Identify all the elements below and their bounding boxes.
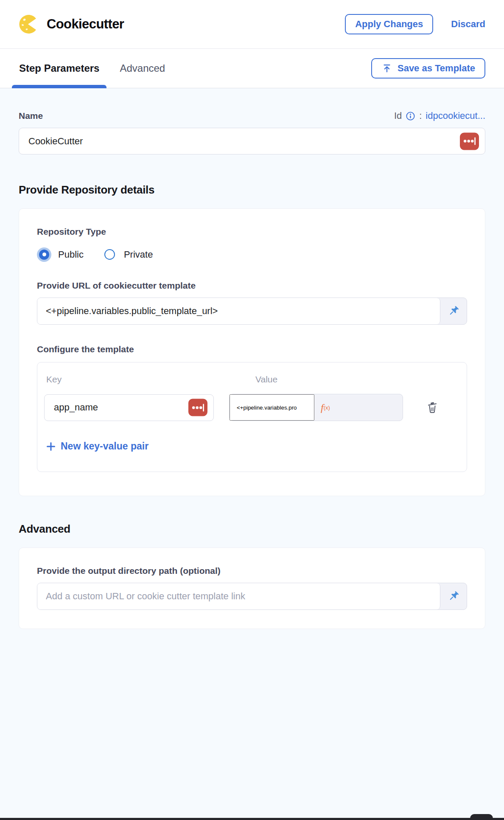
step-id-row: Id : idpcookiecut... xyxy=(394,110,485,121)
step-parameters-panel: Name Id : idpcookiecut... P xyxy=(0,110,504,629)
pin-icon[interactable] xyxy=(440,298,467,324)
discard-button[interactable]: Discard xyxy=(451,19,485,30)
fixed-value-type-icon[interactable] xyxy=(460,132,479,150)
info-icon[interactable] xyxy=(406,111,415,121)
kv-key-header: Key xyxy=(44,374,214,385)
radio-public-label: Public xyxy=(58,249,84,260)
tab-step-parameters[interactable]: Step Parameters xyxy=(12,49,106,88)
save-as-template-button[interactable]: Save as Template xyxy=(371,58,485,79)
step-header: Cookiecutter Apply Changes Discard xyxy=(0,0,504,49)
cookiecutter-logo-icon xyxy=(19,14,39,34)
active-tab-underline xyxy=(12,85,106,88)
repository-type-label: Repository Type xyxy=(37,227,467,237)
advanced-card: Provide the output directory path (optio… xyxy=(19,548,485,629)
output-directory-label: Provide the output directory path (optio… xyxy=(37,566,467,576)
expression-fx-icon[interactable]: f(x) xyxy=(314,394,336,421)
output-directory-input[interactable] xyxy=(37,583,440,609)
tab-advanced-label: Advanced xyxy=(120,62,165,74)
radio-private-label: Private xyxy=(124,249,153,260)
radio-option-public[interactable]: Public xyxy=(37,247,84,262)
key-value-editor: Key Value xyxy=(37,362,467,472)
kv-value-field: f(x) xyxy=(229,394,403,421)
apply-changes-button[interactable]: Apply Changes xyxy=(345,14,433,34)
page-title: Cookiecutter xyxy=(47,17,124,32)
name-input[interactable] xyxy=(19,128,485,154)
repository-type-radio-group: Public Private xyxy=(37,247,467,262)
tab-bar: Step Parameters Advanced Save as Templat… xyxy=(0,49,504,88)
step-id-value[interactable]: idpcookiecut... xyxy=(426,110,485,121)
save-as-template-label: Save as Template xyxy=(398,63,475,74)
upload-icon xyxy=(381,63,392,74)
delete-row-button[interactable] xyxy=(425,400,440,415)
template-url-field xyxy=(37,298,467,325)
tab-step-parameters-label: Step Parameters xyxy=(19,62,99,74)
repository-section-heading: Provide Repository details xyxy=(19,183,485,197)
radio-selected-icon xyxy=(39,250,49,260)
kv-value-header: Value xyxy=(229,374,277,385)
kv-row: f(x) xyxy=(44,394,460,421)
radio-option-private[interactable]: Private xyxy=(102,247,153,262)
configure-template-label: Configure the template xyxy=(37,344,467,354)
add-key-value-label: New key-value pair xyxy=(61,441,148,452)
repository-card: Repository Type Public Private Provide U… xyxy=(19,208,485,496)
output-directory-field xyxy=(37,583,467,610)
bottom-edge-bar xyxy=(0,818,504,820)
template-url-input[interactable] xyxy=(37,298,440,324)
advanced-section-heading: Advanced xyxy=(19,522,485,536)
kv-value-input[interactable] xyxy=(230,394,314,421)
add-key-value-button[interactable]: New key-value pair xyxy=(44,441,148,452)
id-separator: : xyxy=(419,110,422,121)
name-label: Name xyxy=(19,111,43,121)
radio-unselected-icon xyxy=(104,249,115,260)
fixed-value-type-icon[interactable] xyxy=(188,399,207,416)
pin-icon[interactable] xyxy=(440,583,467,609)
id-label: Id xyxy=(394,110,402,121)
tab-advanced[interactable]: Advanced xyxy=(112,49,172,88)
plus-icon xyxy=(46,442,56,451)
template-url-label: Provide URL of cookiecutter template xyxy=(37,281,467,291)
